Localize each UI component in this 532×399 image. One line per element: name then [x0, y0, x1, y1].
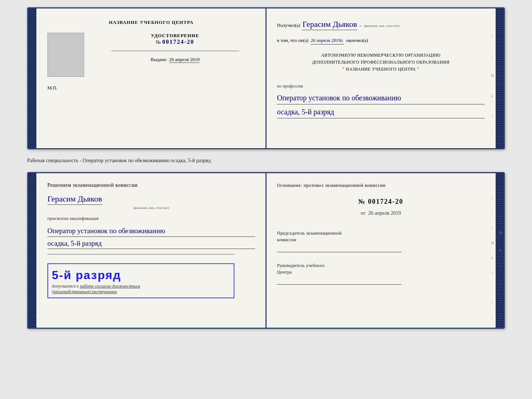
head-sig-line: [277, 277, 402, 285]
date-value: 26 апреля 2019: [368, 210, 401, 216]
spine-left-bottom: [28, 173, 36, 328]
doc-number: 001724-20: [162, 39, 194, 45]
received-name: Герасим Дьяков: [302, 19, 357, 30]
cert-top-date: 26 апреля 2019г.: [311, 38, 344, 44]
cert-top-left: НАЗВАНИЕ УЧЕБНОГО ЦЕНТРА УДОСТОВЕРЕНИЕ №…: [36, 8, 266, 148]
profession-line1: Оператор установок по обезвоживанию: [277, 93, 485, 104]
num-issued-block: УДОСТОВЕРЕНИЕ № 001724-20 Выдано 26 апре…: [95, 33, 255, 63]
in-that-label: в том, что он(а): [277, 38, 309, 43]
spine-left: [28, 8, 36, 148]
dopusk-value: работе согласно должностным: [80, 284, 140, 289]
received-label: Получил(а): [277, 22, 300, 28]
org-line1: АВТОНОМНУЮ НЕКОММЕРЧЕСКУЮ ОРГАНИЗАЦИЮ: [277, 52, 485, 59]
cert-top-right: Получил(а) Герасим Дьяков – (фамилия, им…: [266, 8, 496, 148]
org-line3: " НАЗВАНИЕ УЧЕБНОГО ЦЕНТРА ": [277, 66, 485, 73]
dopusk-value2: (производственным) инструкциям: [52, 289, 117, 294]
decision-title: Решением экзаменационной комиссии: [47, 182, 255, 188]
mp-label: М.П.: [47, 85, 57, 90]
finished-label: окончил(а): [346, 38, 368, 43]
side-marks-bottom-left: ––Иа←–––: [499, 192, 503, 324]
qualification-label: присвоена квалификация: [47, 215, 255, 221]
cert-photo: [47, 33, 84, 77]
chairman-sig-line: [277, 245, 402, 252]
date-prefix: от: [361, 210, 366, 216]
protocol-num: № 001724-20: [277, 198, 485, 206]
head-label: Руководитель учебного: [277, 263, 485, 268]
cert-bottom-left: Решением экзаменационной комиссии Гераси…: [36, 173, 266, 328]
side-marks-bottom-right: –––Иа←–––: [491, 192, 495, 324]
osnov-title: Основание: протокол экзаменационной коми…: [277, 182, 485, 188]
name-sub-top: (фамилия, имя, отчество): [364, 24, 399, 28]
profession-line2: осадка, 5-й разряд: [277, 107, 485, 118]
qualification-line1: Оператор установок по обезвоживанию: [47, 226, 255, 237]
org-block: АВТОНОМНУЮ НЕКОММЕРЧЕСКУЮ ОРГАНИЗАЦИЮ ДО…: [277, 52, 485, 73]
issued-label: Выдано: [151, 57, 166, 62]
bottom-certificate: Решением экзаменационной комиссии Гераси…: [27, 172, 505, 329]
dash: –: [359, 22, 362, 28]
top-certificate: НАЗВАНИЕ УЧЕБНОГО ЦЕНТРА УДОСТОВЕРЕНИЕ №…: [27, 7, 505, 149]
head-label2: Центра: [277, 269, 485, 275]
protocol-date: от 26 апреля 2019: [277, 210, 485, 216]
cert-top-title: НАЗВАНИЕ УЧЕБНОГО ЦЕНТРА: [109, 19, 194, 25]
doc-number-prefix: №: [156, 39, 161, 45]
profession-label: по профессии: [277, 83, 485, 89]
spine-right: [496, 8, 504, 148]
qualification-line2: осадка, 5-й разряд: [47, 238, 255, 249]
cert-top-label: Рабочая специальность - Оператор установ…: [27, 156, 505, 165]
org-line2: ДОПОЛНИТЕЛЬНОГО ПРОФЕССИОНАЛЬНОГО ОБРАЗО…: [277, 59, 485, 66]
name-sub-bottom: (фамилия, имя, отчество): [47, 206, 255, 210]
chairman-label: Председатель экзаменационной: [277, 230, 485, 236]
chairman-block: Председатель экзаменационной комиссии: [277, 230, 485, 252]
issued-date: 26 апреля 2019: [169, 57, 200, 63]
person-name-bottom: Герасим Дьяков: [47, 194, 102, 205]
dopusk-block: допускается к работе согласно должностны…: [52, 284, 230, 295]
cert-bottom-right: Основание: протокол экзаменационной коми…: [266, 173, 496, 328]
head-block: Руководитель учебного Центра: [277, 263, 485, 285]
dopusk-label: допускается к: [52, 284, 79, 289]
rank-box: 5-й разряд допускается к работе согласно…: [47, 263, 234, 298]
chairman-label2: комиссии: [277, 237, 485, 243]
photo-num-row: УДОСТОВЕРЕНИЕ № 001724-20 Выдано 26 апре…: [47, 33, 255, 77]
side-marks-top: ––Иа←–: [491, 27, 495, 145]
doc-label: УДОСТОВЕРЕНИЕ: [151, 33, 199, 39]
rank-large-text: 5-й разряд: [52, 268, 230, 282]
